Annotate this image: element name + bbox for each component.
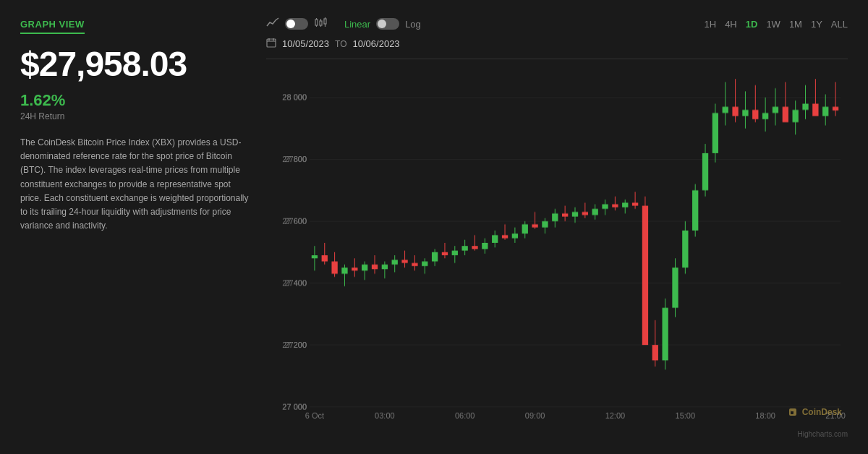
right-panel: Linear Log 1H 4H 1D 1W 1M 1Y ALL <box>266 17 848 437</box>
description-text: The CoinDesk Bitcoin Price Index (XBX) p… <box>20 136 249 233</box>
date-to: 10/06/2023 <box>353 38 400 49</box>
time-btn-4h[interactable]: 4H <box>725 19 737 30</box>
return-label: 24H Return <box>20 111 249 121</box>
bar-chart-icon[interactable] <box>314 17 327 30</box>
linear-label[interactable]: Linear <box>344 19 370 30</box>
date-from: 10/05/2023 <box>282 38 329 49</box>
date-separator: TO <box>335 39 346 49</box>
time-btn-1y[interactable]: 1Y <box>811 19 822 30</box>
svg-rect-6 <box>324 19 326 24</box>
calendar-icon <box>266 38 276 50</box>
chart-area: CoinDesk Highcharts.com <box>266 59 848 440</box>
price-chart <box>266 59 848 440</box>
svg-rect-15 <box>791 410 795 411</box>
log-label[interactable]: Log <box>405 19 421 30</box>
time-btn-1h[interactable]: 1H <box>705 19 717 30</box>
time-btn-all[interactable]: ALL <box>831 19 848 30</box>
coindesk-watermark: CoinDesk <box>787 406 842 418</box>
return-percentage: 1.62% <box>20 91 249 110</box>
svg-rect-3 <box>320 21 322 25</box>
controls-row: Linear Log 1H 4H 1D 1W 1M 1Y ALL <box>266 17 848 30</box>
chart-type-toggle[interactable] <box>285 18 308 30</box>
time-btn-1d[interactable]: 1D <box>746 19 758 30</box>
scale-controls: Linear Log <box>344 18 421 30</box>
graph-view-label: Graph View <box>20 19 85 34</box>
price-display: $27,958.03 <box>20 44 249 84</box>
date-range-row: 10/05/2023 TO 10/06/2023 <box>266 38 848 50</box>
coindesk-label: CoinDesk <box>802 407 842 417</box>
scale-toggle[interactable] <box>376 18 399 30</box>
left-panel: Graph View $27,958.03 1.62% 24H Return T… <box>20 17 266 437</box>
svg-rect-9 <box>267 39 276 47</box>
chart-type-controls <box>266 17 327 30</box>
svg-rect-0 <box>315 20 318 25</box>
line-chart-icon[interactable] <box>266 17 279 30</box>
highcharts-credit: Highcharts.com <box>798 430 848 438</box>
time-btn-1m[interactable]: 1M <box>789 19 802 30</box>
time-btn-1w[interactable]: 1W <box>766 19 780 30</box>
time-controls: 1H 4H 1D 1W 1M 1Y ALL <box>705 19 848 30</box>
